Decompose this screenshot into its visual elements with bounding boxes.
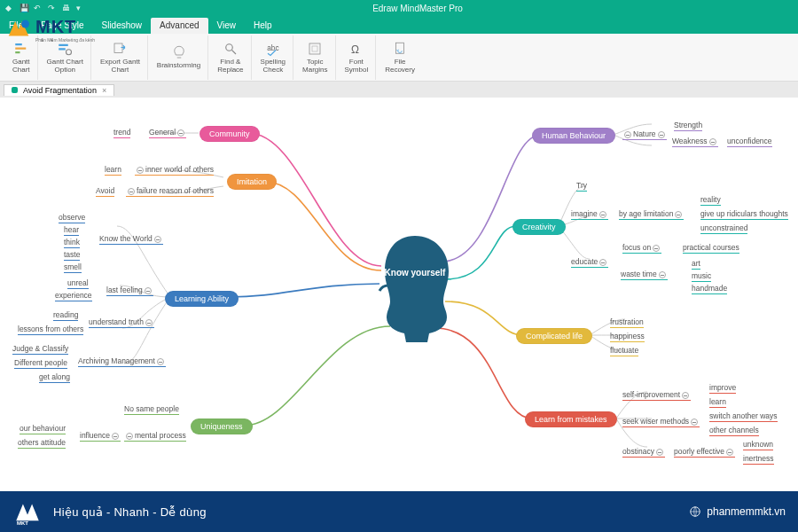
collapse-icon[interactable] xyxy=(112,433,119,440)
node[interactable]: failure reason of others xyxy=(126,186,214,197)
ribbon-find-replace[interactable]: Find &Replace xyxy=(210,35,251,80)
collapse-icon[interactable] xyxy=(126,433,133,440)
close-tab-icon[interactable]: × xyxy=(102,86,106,95)
save-icon[interactable]: 💾 xyxy=(20,4,28,12)
menu-help[interactable]: Help xyxy=(245,18,281,34)
collapse-icon[interactable] xyxy=(682,392,689,399)
node[interactable]: our behaviour xyxy=(20,424,66,434)
ribbon-brainstorming[interactable]: Brainstorming xyxy=(150,35,208,80)
node[interactable]: get along xyxy=(39,372,70,383)
node[interactable]: imagine xyxy=(571,209,608,220)
node[interactable]: educate xyxy=(571,257,608,268)
node[interactable]: trend xyxy=(113,128,130,138)
node[interactable]: obstinacy xyxy=(622,447,665,458)
branch-learn-from-mistakes[interactable]: Learn from mistakes xyxy=(525,411,617,427)
menu-slideshow[interactable]: Slideshow xyxy=(93,18,152,34)
node[interactable]: understand truth xyxy=(89,317,154,328)
collapse-icon[interactable] xyxy=(145,319,153,326)
node[interactable]: inertness xyxy=(743,454,774,465)
node[interactable]: reading xyxy=(53,310,78,321)
node[interactable]: Know the World xyxy=(99,234,163,245)
collapse-icon[interactable] xyxy=(145,287,152,294)
node[interactable]: inner world of others xyxy=(135,165,214,176)
node[interactable]: influence xyxy=(80,431,121,442)
node[interactable]: music xyxy=(692,271,711,282)
node[interactable]: focus on xyxy=(622,243,661,254)
ribbon-file-recovery[interactable]: FileRecovery xyxy=(378,35,422,80)
node[interactable]: waste time xyxy=(621,270,668,280)
print-icon[interactable]: 🖶 xyxy=(62,4,71,12)
node[interactable]: seek wiser methods xyxy=(622,417,700,427)
node[interactable]: practical courses xyxy=(683,243,739,254)
collapse-icon[interactable] xyxy=(137,167,144,174)
node[interactable]: Weakness xyxy=(672,137,718,147)
undo-icon[interactable]: ↶ xyxy=(34,4,43,12)
branch-learning[interactable]: Learning Ability xyxy=(165,291,239,307)
node[interactable]: Different people xyxy=(14,358,67,369)
collapse-icon[interactable] xyxy=(691,419,698,426)
collapse-icon[interactable] xyxy=(177,129,184,137)
collapse-icon[interactable] xyxy=(659,271,666,278)
branch-human-behaviour[interactable]: Human Behaviour xyxy=(532,128,615,144)
ribbon-gantt-chart[interactable]: GanttChart xyxy=(5,35,38,80)
node[interactable]: by age limitation xyxy=(619,209,684,220)
collapse-icon[interactable] xyxy=(157,358,164,365)
collapse-icon[interactable] xyxy=(658,131,665,138)
menu-advanced[interactable]: Advanced xyxy=(151,18,207,34)
node[interactable]: observe xyxy=(59,213,85,223)
node[interactable]: learn xyxy=(105,165,121,176)
collapse-icon[interactable] xyxy=(675,211,682,218)
node[interactable]: lessons from others xyxy=(18,325,83,335)
ribbon-export-gantt[interactable]: Export GanttChart xyxy=(93,35,148,80)
collapse-icon[interactable] xyxy=(653,245,660,252)
node[interactable]: Avoid xyxy=(96,186,114,197)
node[interactable]: think xyxy=(64,238,80,248)
node[interactable]: art xyxy=(692,259,700,270)
node[interactable]: No same people xyxy=(124,404,179,415)
collapse-icon[interactable] xyxy=(599,211,606,218)
redo-icon[interactable]: ↷ xyxy=(48,4,57,12)
ribbon-gantt-option[interactable]: Gantt ChartOption xyxy=(40,35,91,80)
node[interactable]: fluctuate xyxy=(610,346,638,356)
node[interactable]: Nature xyxy=(622,129,667,140)
node[interactable]: Archiving Management xyxy=(78,356,166,367)
node[interactable]: hear xyxy=(64,225,79,236)
collapse-icon[interactable] xyxy=(128,188,135,195)
branch-complicated-life[interactable]: Complicated life xyxy=(516,328,592,344)
node[interactable]: poorly effective xyxy=(674,447,735,458)
node[interactable]: Strength xyxy=(674,121,702,131)
menu-page-style[interactable]: Page Style xyxy=(32,18,92,34)
collapse-icon[interactable] xyxy=(624,131,631,138)
collapse-icon[interactable] xyxy=(154,236,161,243)
node[interactable]: switch another ways xyxy=(709,411,778,422)
collapse-icon[interactable] xyxy=(709,138,716,145)
node[interactable]: happiness xyxy=(610,332,645,342)
node[interactable]: improve xyxy=(709,383,736,394)
node[interactable]: Judge & Classify xyxy=(12,344,68,355)
branch-community[interactable]: Community xyxy=(200,126,260,142)
collapse-icon[interactable] xyxy=(656,449,663,456)
collapse-icon[interactable] xyxy=(726,449,733,456)
ribbon-spelling[interactable]: abc SpellingCheck xyxy=(254,35,293,80)
node[interactable]: unconfidence xyxy=(727,137,772,147)
menu-file[interactable]: File xyxy=(0,18,32,34)
node[interactable]: frustration xyxy=(610,317,644,328)
node[interactable]: experience xyxy=(55,291,92,301)
branch-creativity[interactable]: Creativity xyxy=(512,219,566,235)
branch-imitation[interactable]: Imitation xyxy=(227,174,277,190)
node[interactable]: unknown xyxy=(743,440,773,450)
node[interactable]: others attitude xyxy=(18,438,66,449)
footer-site[interactable]: phanmemmkt.vn xyxy=(689,505,786,518)
node[interactable]: unreal xyxy=(67,278,89,289)
node[interactable]: other channels xyxy=(709,426,759,436)
ribbon-font-symbol[interactable]: Ω FontSymbol xyxy=(338,35,377,80)
menu-view[interactable]: View xyxy=(208,18,246,34)
node[interactable]: give up ridiculars thoughts xyxy=(700,209,788,220)
ribbon-topic-margins[interactable]: TopicMargins xyxy=(295,35,335,80)
node[interactable]: reality xyxy=(700,195,721,206)
branch-uniqueness[interactable]: Uniqueness xyxy=(191,419,253,434)
node[interactable]: General xyxy=(149,128,186,138)
node[interactable]: mental process xyxy=(124,431,186,442)
collapse-icon[interactable] xyxy=(599,259,606,266)
node[interactable]: handmade xyxy=(692,284,727,294)
